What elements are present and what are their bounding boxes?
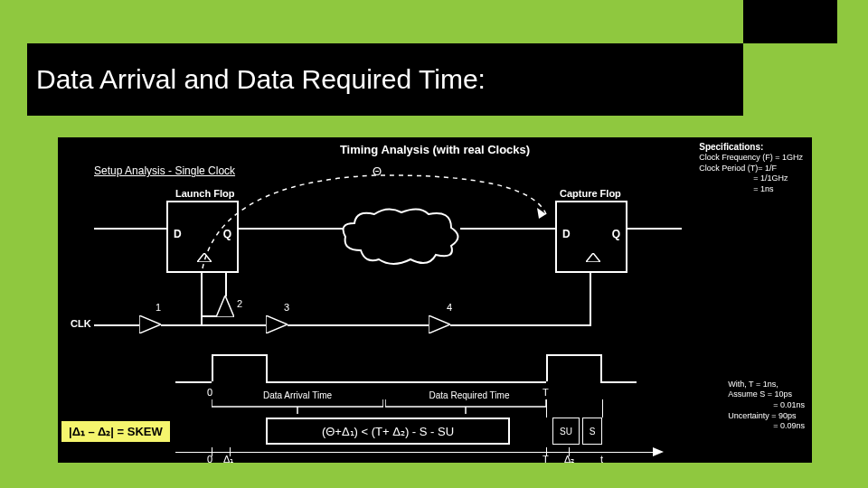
required-label: Data Required Time [410,390,528,400]
flop-d-label: D [562,228,571,240]
tick [569,447,570,456]
waveform [600,381,637,383]
wire [201,315,217,317]
axis-arrow-icon [653,447,664,456]
svg-marker-1 [586,253,600,262]
wire [288,324,429,326]
waveform [266,354,268,381]
spec2-line: = 0.01ns [728,400,805,411]
required-bracket [385,399,546,414]
timing-diagram: Timing Analysis (with real Clocks) Setup… [58,137,812,463]
axis-t: t [600,454,603,465]
buffer-2-num: 2 [237,298,242,309]
flop-q-label: Q [612,228,620,240]
spec-line: = 1/1GHz [699,174,803,184]
spec-line: = 1ns [699,184,803,195]
capture-flop-label: Capture Flop [560,188,621,199]
svg-marker-5 [266,315,288,333]
waveform [546,354,548,381]
axis-d1: Δ₁ [223,454,233,465]
diagram-main-title: Timing Analysis (with real Clocks) [340,143,530,156]
spec2-line: Assume S = 10ps [728,389,805,400]
axis-T: T [542,387,549,398]
axis-0: 0 [207,387,212,398]
s-box: S [582,418,602,445]
spec2-line: With, T = 1ns, [728,380,805,390]
spec2-line: Uncertainty = 90ps [728,411,805,422]
spec2-line: = 0.09ns [728,421,805,432]
buffer-1-num: 1 [156,302,161,313]
waveform [175,381,212,383]
buffer-4-num: 4 [447,302,452,313]
wire [201,273,203,275]
arrival-label: Data Arrival Time [243,390,352,400]
spec-line: Clock Frequency (F) = 1GHz [699,153,803,164]
buffer-3-num: 3 [284,302,289,313]
svg-marker-2 [537,208,546,219]
spec-line: Clock Period (T)= 1/F [699,164,803,174]
wire [590,273,591,326]
svg-marker-3 [139,315,161,333]
svg-marker-4 [216,296,234,317]
wire [94,324,139,326]
wire [627,228,682,230]
waveform [546,354,600,356]
top-right-dark-block [743,0,837,43]
tick [546,447,547,456]
svg-marker-6 [429,315,450,333]
slide-title: Data Arrival and Data Required Time: [36,64,486,95]
su-box: SU [552,418,580,445]
waveform [266,381,546,383]
skew-box: |Δ₁ – Δ₂| = SKEW [61,421,170,442]
wire [225,273,227,296]
buffer-3 [266,315,288,333]
wire [161,324,201,326]
waveform [600,354,602,381]
slide-header: Data Arrival and Data Required Time: [27,43,743,116]
tick [602,399,603,418]
tick [212,447,212,456]
waveform [212,354,213,381]
tick [546,399,547,418]
tick [230,447,231,456]
wire [94,228,166,230]
theta-dashed-path [166,164,555,273]
svg-marker-7 [653,447,664,456]
spec-head: Specifications: [699,141,803,153]
clk-label: CLK [71,318,91,329]
specifications-block-2: With, T = 1ns, Assume S = 10ps = 0.01ns … [728,380,805,432]
buffer-2 [216,296,234,317]
buffer-1 [139,315,161,333]
capture-flop: D Q [555,201,627,273]
waveform [212,354,266,356]
formula-text: (Θ+Δ₁) < (T+ Δ₂) - S - SU [322,425,454,438]
wire [201,324,266,326]
arrival-bracket [212,399,383,414]
specifications-block: Specifications: Clock Frequency (F) = 1G… [699,141,803,195]
wire [450,324,590,326]
time-axis [175,452,655,453]
clock-triangle-icon [586,253,600,262]
buffer-4 [429,315,450,333]
formula-box: (Θ+Δ₁) < (T+ Δ₂) - S - SU [266,418,510,445]
